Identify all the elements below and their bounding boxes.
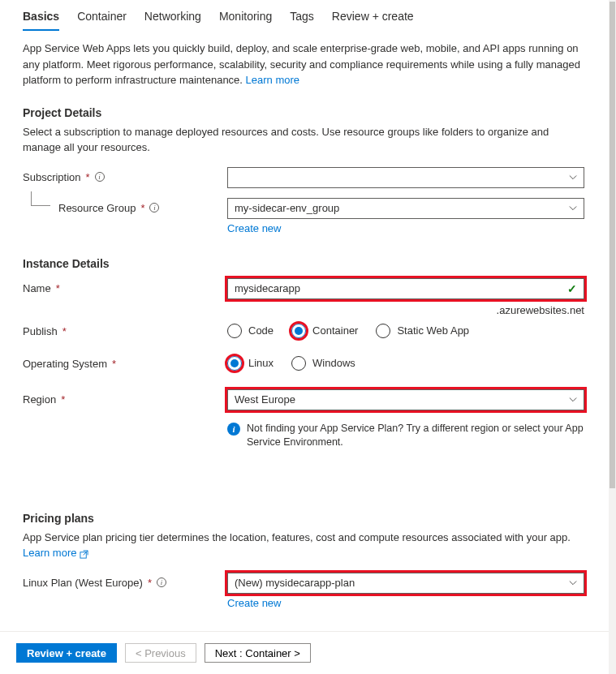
tab-tags[interactable]: Tags xyxy=(290,6,314,31)
required-asterisk: * xyxy=(148,577,152,589)
domain-suffix: .azurewebsites.net xyxy=(227,304,584,316)
pricing-learn-more-text: Learn more xyxy=(23,547,76,559)
check-icon: ✓ xyxy=(567,282,577,295)
publish-container-radio[interactable]: Container xyxy=(291,324,358,338)
os-label: Operating System * xyxy=(23,354,227,370)
tab-basics[interactable]: Basics xyxy=(23,6,59,31)
required-asterisk: * xyxy=(62,325,67,337)
publish-label-text: Publish xyxy=(23,325,58,337)
required-asterisk: * xyxy=(140,202,144,214)
project-details-desc: Select a subscription to manage deployed… xyxy=(23,124,586,156)
region-select[interactable]: West Europe xyxy=(227,389,584,410)
radio-icon xyxy=(291,356,306,371)
pricing-learn-more-link[interactable]: Learn more xyxy=(23,547,88,559)
subscription-select[interactable] xyxy=(227,167,584,188)
region-hint-text: Not finding your App Service Plan? Try a… xyxy=(247,422,584,450)
publish-swa-radio[interactable]: Static Web App xyxy=(376,324,469,338)
pricing-desc-text: App Service plan pricing tier determines… xyxy=(23,531,571,543)
wizard-tabs: Basics Container Networking Monitoring T… xyxy=(23,0,586,31)
chevron-down-icon xyxy=(569,579,577,587)
os-windows-label: Windows xyxy=(312,357,355,369)
resource-group-label-text: Resource Group xyxy=(58,202,136,214)
publish-code-label: Code xyxy=(248,324,274,337)
publish-container-label: Container xyxy=(312,324,358,337)
linux-plan-label: Linux Plan (West Europe) * i xyxy=(23,573,227,589)
indent-connector-icon xyxy=(31,191,50,206)
name-label-text: Name xyxy=(23,282,51,294)
pricing-title: Pricing plans xyxy=(23,512,586,525)
project-details-title: Project Details xyxy=(23,106,586,119)
plan-label-text: Linux Plan (West Europe) xyxy=(23,577,143,589)
required-asterisk: * xyxy=(112,358,116,370)
info-icon[interactable]: i xyxy=(149,203,159,213)
plan-value: (New) mysidecarapp-plan xyxy=(235,577,355,589)
resource-group-label: Resource Group * i xyxy=(23,198,227,214)
review-create-button[interactable]: Review + create xyxy=(16,643,117,663)
subscription-label-text: Subscription xyxy=(23,171,81,183)
pricing-desc: App Service plan pricing tier determines… xyxy=(23,530,586,561)
required-asterisk: * xyxy=(56,282,60,294)
subscription-label: Subscription * i xyxy=(23,167,227,183)
radio-icon xyxy=(227,356,242,371)
chevron-down-icon xyxy=(569,174,577,182)
intro-body: App Service Web Apps lets you quickly bu… xyxy=(23,42,580,86)
info-icon: i xyxy=(227,423,240,436)
learn-more-link[interactable]: Learn more xyxy=(246,74,299,86)
tab-review-create[interactable]: Review + create xyxy=(332,6,414,31)
intro-text: App Service Web Apps lets you quickly bu… xyxy=(23,41,586,88)
os-windows-radio[interactable]: Windows xyxy=(291,356,355,371)
os-radio-group: Linux Windows xyxy=(227,354,584,371)
required-asterisk: * xyxy=(86,171,90,183)
publish-code-radio[interactable]: Code xyxy=(227,324,274,338)
info-icon[interactable]: i xyxy=(157,577,166,587)
form-scroll-area[interactable]: Basics Container Networking Monitoring T… xyxy=(0,0,609,626)
region-label-text: Region xyxy=(23,393,56,406)
tab-monitoring[interactable]: Monitoring xyxy=(219,6,272,31)
radio-icon xyxy=(376,324,390,338)
resource-group-value: my-sidecar-env_group xyxy=(235,202,339,214)
linux-plan-select[interactable]: (New) mysidecarapp-plan xyxy=(227,573,584,594)
os-label-text: Operating System xyxy=(23,358,107,370)
region-label: Region * xyxy=(23,389,227,406)
previous-button: < Previous xyxy=(125,643,196,663)
publish-label: Publish * xyxy=(23,321,227,337)
scrollbar-thumb[interactable] xyxy=(610,2,615,488)
tab-networking[interactable]: Networking xyxy=(144,6,201,31)
scrollbar-track[interactable] xyxy=(609,0,616,674)
radio-icon xyxy=(291,324,306,338)
required-asterisk: * xyxy=(61,393,65,406)
external-link-icon xyxy=(80,550,88,559)
name-input[interactable]: mysidecarapp ✓ xyxy=(227,278,584,299)
publish-swa-label: Static Web App xyxy=(397,324,469,337)
chevron-down-icon xyxy=(569,396,577,404)
os-linux-label: Linux xyxy=(248,357,274,369)
name-label: Name * xyxy=(23,278,227,294)
wizard-footer: Review + create < Previous Next : Contai… xyxy=(0,631,609,674)
tab-container[interactable]: Container xyxy=(77,6,127,31)
resource-group-select[interactable]: my-sidecar-env_group xyxy=(227,198,584,219)
create-new-plan-link[interactable]: Create new xyxy=(227,597,584,609)
region-hint: i Not finding your App Service Plan? Try… xyxy=(227,422,584,450)
info-icon[interactable]: i xyxy=(95,172,105,182)
os-linux-radio[interactable]: Linux xyxy=(227,356,274,371)
publish-radio-group: Code Container Static Web App xyxy=(227,321,584,338)
region-value: West Europe xyxy=(235,393,295,406)
instance-details-title: Instance Details xyxy=(23,257,586,270)
chevron-down-icon xyxy=(569,204,577,213)
next-button[interactable]: Next : Container > xyxy=(205,643,311,663)
radio-icon xyxy=(227,324,242,338)
create-new-rg-link[interactable]: Create new xyxy=(227,222,584,234)
name-value: mysidecarapp xyxy=(235,282,300,294)
